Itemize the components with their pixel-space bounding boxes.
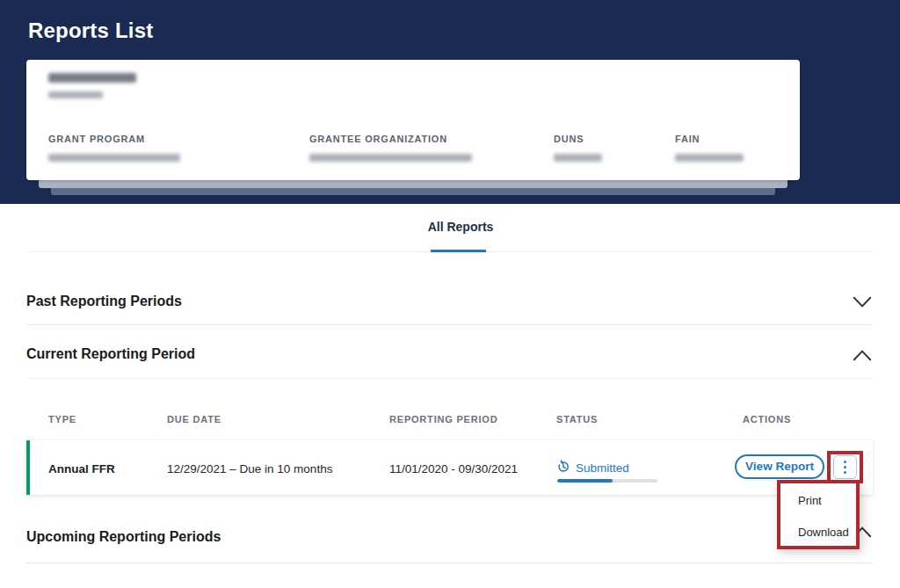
page-title: Reports List xyxy=(28,18,153,43)
section-upcoming-reporting-periods[interactable]: Upcoming Reporting Periods xyxy=(26,529,221,545)
due-date-cell: 12/29/2021 – Due in 10 months xyxy=(167,462,332,475)
redacted-grant-title xyxy=(48,73,136,83)
grant-program-label: GRANT PROGRAM xyxy=(48,134,145,144)
section-current-reporting-period[interactable]: Current Reporting Period xyxy=(26,346,195,362)
redacted-grant-program-value xyxy=(48,154,180,162)
redacted-grant-subtitle xyxy=(48,91,103,98)
chevron-down-icon[interactable] xyxy=(853,296,872,309)
status-progress-fill xyxy=(557,479,613,483)
redacted-grantee-organization-value xyxy=(309,154,472,162)
column-header-status: STATUS xyxy=(556,414,598,425)
view-report-button[interactable]: View Report xyxy=(735,454,824,479)
section-divider xyxy=(26,563,873,563)
tab-all-reports[interactable]: All Reports xyxy=(400,220,521,234)
active-tab-underline xyxy=(431,250,486,252)
redacted-fain-value xyxy=(675,154,744,162)
column-header-actions: ACTIONS xyxy=(743,414,791,425)
kebab-menu-button[interactable] xyxy=(833,455,857,479)
annotation-box-action-menu: Print Download xyxy=(777,480,860,549)
menu-item-download[interactable]: Download xyxy=(798,526,849,539)
column-header-reporting-period: REPORTING PERIOD xyxy=(389,414,497,425)
section-past-reporting-periods[interactable]: Past Reporting Periods xyxy=(26,294,182,309)
chevron-up-icon[interactable] xyxy=(853,349,872,361)
column-header-due-date: DUE DATE xyxy=(167,414,221,425)
annotation-box-kebab xyxy=(827,451,863,483)
kebab-dot xyxy=(844,461,846,463)
report-type-cell: Annual FFR xyxy=(48,462,115,475)
status-badge: Submitted xyxy=(576,461,629,475)
kebab-dot xyxy=(844,466,846,468)
kebab-dot xyxy=(844,471,846,474)
status-progress-bar xyxy=(557,479,657,483)
reporting-period-cell: 11/01/2020 - 09/30/2021 xyxy=(389,462,518,475)
section-divider xyxy=(26,324,873,325)
fain-label: FAIN xyxy=(675,134,700,144)
grantee-organization-label: GRANTEE ORGANIZATION xyxy=(309,134,447,144)
menu-item-print[interactable]: Print xyxy=(798,494,822,507)
reports-list-page: Reports List GRANT PROGRAM GRANTEE ORGAN… xyxy=(0,0,900,588)
history-icon xyxy=(556,460,570,474)
duns-label: DUNS xyxy=(554,134,584,144)
section-divider xyxy=(26,378,873,379)
redacted-duns-value xyxy=(554,154,602,162)
column-header-type: TYPE xyxy=(48,414,76,425)
grant-summary-card: GRANT PROGRAM GRANTEE ORGANIZATION DUNS … xyxy=(26,60,800,180)
hero-banner: Reports List GRANT PROGRAM GRANTEE ORGAN… xyxy=(0,0,900,204)
